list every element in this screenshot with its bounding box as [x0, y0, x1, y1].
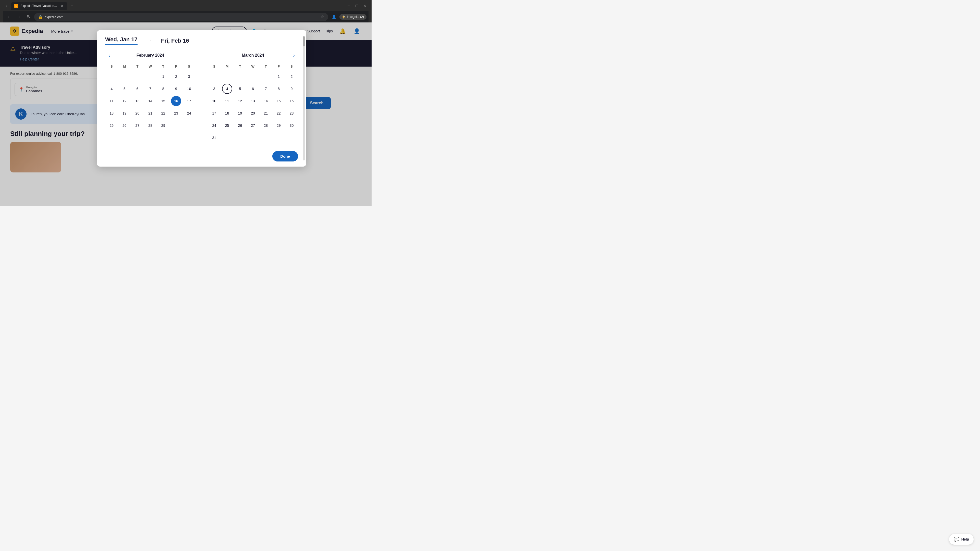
- calendar-day-cell[interactable]: 26: [118, 119, 131, 132]
- tab-nav-prev[interactable]: ‹: [3, 2, 10, 10]
- calendar-day-cell[interactable]: 29: [157, 119, 170, 132]
- tab-favicon: E: [14, 4, 18, 8]
- calendar-day-cell[interactable]: 6: [131, 83, 144, 95]
- calendar-day-cell[interactable]: 22: [272, 107, 285, 119]
- calendar-day-cell[interactable]: 1: [272, 70, 285, 83]
- address-bar-icons: ☆: [321, 14, 324, 19]
- calendar-day-cell: [272, 132, 285, 144]
- calendar-day-cell[interactable]: 7: [259, 83, 272, 95]
- forward-btn[interactable]: →: [15, 13, 23, 21]
- calendar-day-cell[interactable]: 17: [183, 95, 196, 107]
- calendar-day-cell[interactable]: 14: [259, 95, 272, 107]
- weekday-header: T: [131, 64, 144, 70]
- weekday-header: T: [234, 64, 247, 70]
- close-btn[interactable]: ×: [361, 2, 369, 10]
- end-date-btn[interactable]: Fri, Feb 16: [161, 38, 189, 44]
- calendar-day-cell[interactable]: 16: [285, 95, 298, 107]
- february-calendar: ‹ February 2024 › S M T W T F S: [105, 51, 196, 144]
- calendar-day-cell[interactable]: 26: [234, 119, 247, 132]
- calendar-day-cell[interactable]: 10: [183, 83, 196, 95]
- calendar-day-cell[interactable]: 12: [118, 95, 131, 107]
- calendar-day-cell[interactable]: 17: [208, 107, 221, 119]
- new-tab-btn[interactable]: +: [68, 2, 76, 10]
- date-arrow: →: [144, 38, 155, 44]
- calendar-day-cell[interactable]: 16: [170, 95, 183, 107]
- calendar-day-cell[interactable]: 7: [144, 83, 157, 95]
- weekday-header: M: [118, 64, 131, 70]
- calendar-day-cell[interactable]: 20: [247, 107, 259, 119]
- calendar-day-cell[interactable]: 8: [157, 83, 170, 95]
- calendar-day-cell[interactable]: 30: [285, 119, 298, 132]
- address-bar[interactable]: 🔒 expedia.com ☆: [34, 13, 328, 21]
- calendar-day-cell[interactable]: 5: [234, 83, 247, 95]
- profile-btn[interactable]: 👤: [330, 13, 338, 21]
- reload-btn[interactable]: ↻: [24, 13, 33, 21]
- calendar-day-cell[interactable]: 24: [208, 119, 221, 132]
- mar-header: ‹ March 2024 ›: [208, 51, 298, 59]
- calendar-day-cell[interactable]: 19: [234, 107, 247, 119]
- weekday-header: S: [105, 64, 118, 70]
- calendar-day-cell[interactable]: 25: [221, 119, 234, 132]
- calendar-day-cell[interactable]: 28: [259, 119, 272, 132]
- calendar-day-cell[interactable]: 2: [285, 70, 298, 83]
- minimize-btn[interactable]: −: [345, 2, 352, 10]
- done-btn[interactable]: Done: [272, 151, 298, 162]
- calendar-day-cell[interactable]: 18: [105, 107, 118, 119]
- feb-grid: S M T W T F S 12345678910111213141516171…: [105, 64, 196, 132]
- calendar-day-cell[interactable]: 24: [183, 107, 196, 119]
- weekday-header: M: [221, 64, 234, 70]
- calendar-day-cell[interactable]: 12: [234, 95, 247, 107]
- calendar-day-cell[interactable]: 11: [105, 95, 118, 107]
- weekday-header: F: [170, 64, 183, 70]
- calendar-header: Wed, Jan 17 → Fri, Feb 16: [97, 30, 306, 49]
- weekday-header: W: [247, 64, 259, 70]
- calendar-day-cell[interactable]: 15: [157, 95, 170, 107]
- calendar-day-cell[interactable]: 21: [259, 107, 272, 119]
- prev-month-btn[interactable]: ‹: [105, 51, 113, 59]
- calendar-day-cell[interactable]: 9: [170, 83, 183, 95]
- calendar-day-cell[interactable]: 25: [105, 119, 118, 132]
- calendar-day-cell: [259, 132, 272, 144]
- active-tab[interactable]: E Expedia Travel: Vacation Home... ×: [11, 2, 67, 10]
- calendar-day-cell[interactable]: 1: [157, 70, 170, 83]
- calendar-day-cell[interactable]: 6: [247, 83, 259, 95]
- calendar-day-cell[interactable]: 4: [221, 83, 234, 95]
- calendar-day-cell[interactable]: 9: [285, 83, 298, 95]
- calendar-day-cell[interactable]: 2: [170, 70, 183, 83]
- back-btn[interactable]: ←: [5, 13, 13, 21]
- calendar-day-cell: [221, 132, 234, 144]
- maximize-btn[interactable]: □: [353, 2, 360, 10]
- calendar-day-cell[interactable]: 18: [221, 107, 234, 119]
- calendar-day-cell[interactable]: 15: [272, 95, 285, 107]
- calendar-day-cell[interactable]: 19: [118, 107, 131, 119]
- url-display: expedia.com: [45, 15, 64, 19]
- profile-icon: 👤: [332, 15, 336, 19]
- calendar-day-cell[interactable]: 28: [144, 119, 157, 132]
- calendar-day-cell[interactable]: 23: [170, 107, 183, 119]
- calendar-day-cell[interactable]: 20: [131, 107, 144, 119]
- modal-scrollbar[interactable]: [303, 36, 305, 160]
- calendar-day-cell: [118, 70, 131, 83]
- calendar-day-cell[interactable]: 3: [208, 83, 221, 95]
- calendar-day-cell[interactable]: 3: [183, 70, 196, 83]
- calendar-day-cell[interactable]: 11: [221, 95, 234, 107]
- incognito-badge: 🕵️ Incognito (2): [339, 14, 366, 20]
- calendar-day-cell[interactable]: 27: [131, 119, 144, 132]
- next-month-btn[interactable]: ›: [290, 51, 298, 59]
- calendar-day-cell[interactable]: 14: [144, 95, 157, 107]
- calendar-day-cell[interactable]: 10: [208, 95, 221, 107]
- calendar-day-cell[interactable]: 22: [157, 107, 170, 119]
- calendar-day-cell[interactable]: 4: [105, 83, 118, 95]
- calendar-day-cell[interactable]: 8: [272, 83, 285, 95]
- calendar-day-cell[interactable]: 13: [131, 95, 144, 107]
- tab-close-btn[interactable]: ×: [60, 3, 64, 8]
- calendar-day-cell[interactable]: 5: [118, 83, 131, 95]
- calendar-day-cell[interactable]: 31: [208, 132, 221, 144]
- calendar-day-cell[interactable]: 29: [272, 119, 285, 132]
- calendar-day-cell[interactable]: 27: [247, 119, 259, 132]
- start-date-btn[interactable]: Wed, Jan 17: [105, 36, 138, 45]
- calendar-day-cell[interactable]: 13: [247, 95, 259, 107]
- calendar-day-cell[interactable]: 23: [285, 107, 298, 119]
- mar-grid: S M T W T F S 12345678910111213141516171…: [208, 64, 298, 144]
- calendar-day-cell[interactable]: 21: [144, 107, 157, 119]
